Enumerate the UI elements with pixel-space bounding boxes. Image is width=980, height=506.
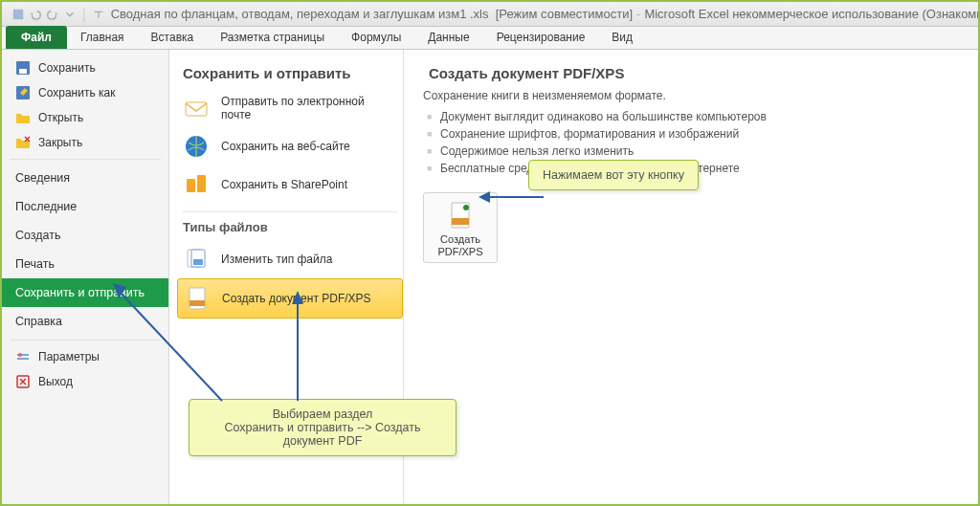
callout-press-button: Нажимаем вот эту кнопку bbox=[528, 160, 699, 190]
save-send-heading: Сохранить и отправить bbox=[183, 65, 397, 81]
send-email[interactable]: Отправить по электронной почте bbox=[177, 89, 403, 127]
filetypes-heading: Типы файлов bbox=[183, 220, 397, 234]
pdf-icon bbox=[184, 285, 211, 312]
nav-save-label: Сохранить bbox=[38, 61, 96, 75]
qat-more-icon[interactable] bbox=[63, 8, 77, 21]
quick-access-toolbar: | bbox=[11, 7, 105, 22]
nav-close-label: Закрыть bbox=[38, 136, 82, 149]
tab-review[interactable]: Рецензирование bbox=[483, 27, 599, 49]
qat-dropdown-icon[interactable] bbox=[92, 8, 105, 21]
callout-choose-l2: Сохранить и отправить --> Создать докуме… bbox=[224, 421, 420, 448]
nav-save-send-label: Сохранить и отправить bbox=[15, 286, 145, 299]
nav-print[interactable]: Печать bbox=[2, 250, 168, 278]
create-pdf-xps[interactable]: Создать документ PDF/XPS bbox=[177, 278, 403, 319]
tab-layout[interactable]: Разметка страницы bbox=[207, 27, 338, 49]
title-filename: Сводная по фланцам, отводам, переходам и… bbox=[111, 7, 489, 21]
save-as-icon bbox=[15, 85, 31, 100]
create-pdf-btn-line1: Создать bbox=[440, 233, 480, 245]
nav-print-label: Печать bbox=[15, 257, 55, 271]
title-mode: [Режим совместимости] bbox=[496, 7, 633, 21]
change-filetype[interactable]: Изменить тип файла bbox=[177, 240, 403, 278]
tab-insert[interactable]: Вставка bbox=[138, 27, 208, 49]
save-sharepoint-label: Сохранить в SharePoint bbox=[221, 178, 347, 191]
svg-point-8 bbox=[18, 353, 22, 357]
callout-choose-l1: Выбираем раздел bbox=[273, 407, 373, 421]
nav-exit-label: Выход bbox=[38, 375, 73, 388]
callout-press-button-text: Нажимаем вот эту кнопку bbox=[543, 168, 684, 182]
bullet-1: Документ выглядит одинаково на большинст… bbox=[423, 108, 969, 125]
nav-open[interactable]: Открыть bbox=[2, 105, 168, 130]
title-app: Microsoft Excel некоммерческое использов… bbox=[644, 7, 978, 21]
nav-close[interactable]: Закрыть bbox=[2, 130, 168, 155]
nav-new[interactable]: Создать bbox=[2, 221, 168, 250]
svg-rect-7 bbox=[17, 358, 29, 360]
svg-rect-4 bbox=[19, 69, 27, 74]
nav-open-label: Открыть bbox=[38, 111, 83, 124]
titlebar: X | Сводная по фланцам, отводам, переход… bbox=[2, 2, 978, 27]
tab-formulas[interactable]: Формулы bbox=[338, 27, 414, 49]
callout-choose-section: Выбираем раздел Сохранить и отправить --… bbox=[189, 399, 457, 456]
tab-file[interactable]: Файл bbox=[6, 26, 67, 49]
nav-options-label: Параметры bbox=[38, 350, 100, 363]
nav-save-as-label: Сохранить как bbox=[38, 86, 115, 99]
nav-recent[interactable]: Последние bbox=[2, 192, 168, 221]
close-icon bbox=[15, 135, 31, 150]
globe-icon bbox=[183, 133, 210, 160]
sharepoint-icon bbox=[183, 171, 210, 198]
change-filetype-icon bbox=[183, 246, 210, 273]
svg-rect-20 bbox=[452, 218, 469, 225]
bullet-3: Содержимое нельзя легко изменить bbox=[423, 143, 969, 160]
nav-info[interactable]: Сведения bbox=[2, 164, 168, 192]
nav-new-label: Создать bbox=[15, 229, 61, 242]
svg-rect-2 bbox=[13, 9, 24, 19]
save-icon bbox=[15, 60, 31, 76]
svg-rect-12 bbox=[187, 179, 195, 192]
pdf-details-panel: Создать документ PDF/XPS Сохранение книг… bbox=[404, 50, 978, 504]
nav-save-as[interactable]: Сохранить как bbox=[2, 80, 168, 105]
pdf-heading: Создать документ PDF/XPS bbox=[429, 65, 963, 81]
change-filetype-label: Изменить тип файла bbox=[221, 253, 332, 266]
svg-rect-16 bbox=[193, 259, 203, 265]
nav-save[interactable]: Сохранить bbox=[2, 55, 168, 80]
save-web-label: Сохранить на веб-сайте bbox=[221, 140, 350, 153]
nav-options[interactable]: Параметры bbox=[2, 344, 168, 369]
redo-icon[interactable] bbox=[46, 8, 59, 21]
send-email-label: Отправить по электронной почте bbox=[221, 95, 397, 121]
svg-rect-18 bbox=[189, 300, 205, 306]
open-icon bbox=[15, 110, 31, 125]
tab-view[interactable]: Вид bbox=[598, 27, 646, 49]
nav-exit[interactable]: Выход bbox=[2, 369, 168, 394]
backstage-leftnav: Сохранить Сохранить как Открыть Закрыть … bbox=[2, 50, 169, 504]
nav-recent-label: Последние bbox=[15, 200, 77, 213]
nav-info-label: Сведения bbox=[15, 171, 70, 185]
save-icon[interactable] bbox=[11, 8, 25, 21]
create-pdf-btn-line2: PDF/XPS bbox=[437, 246, 482, 257]
pdf-desc: Сохранение книги в неизменяемом формате. bbox=[423, 89, 969, 102]
tab-home[interactable]: Главная bbox=[67, 27, 138, 49]
svg-rect-10 bbox=[186, 102, 207, 116]
backstage: Сохранить Сохранить как Открыть Закрыть … bbox=[2, 50, 978, 504]
undo-icon[interactable] bbox=[29, 8, 42, 21]
svg-rect-13 bbox=[197, 175, 206, 192]
email-icon bbox=[183, 95, 210, 121]
save-web[interactable]: Сохранить на веб-сайте bbox=[177, 127, 403, 165]
bullet-2: Сохранение шрифтов, форматирования и изо… bbox=[423, 125, 969, 143]
nav-save-send[interactable]: Сохранить и отправить bbox=[2, 278, 168, 307]
nav-help[interactable]: Справка bbox=[2, 307, 168, 336]
svg-point-21 bbox=[463, 205, 469, 210]
exit-icon bbox=[15, 374, 31, 389]
nav-help-label: Справка bbox=[15, 315, 62, 328]
pdf-button-icon bbox=[428, 199, 493, 231]
options-icon bbox=[15, 349, 31, 364]
create-pdf-button[interactable]: СоздатьPDF/XPS bbox=[423, 192, 498, 263]
tab-data[interactable]: Данные bbox=[414, 27, 482, 49]
save-sharepoint[interactable]: Сохранить в SharePoint bbox=[177, 165, 403, 204]
create-pdf-xps-label: Создать документ PDF/XPS bbox=[222, 292, 371, 305]
ribbon-tabs: Файл Главная Вставка Разметка страницы Ф… bbox=[2, 27, 978, 50]
